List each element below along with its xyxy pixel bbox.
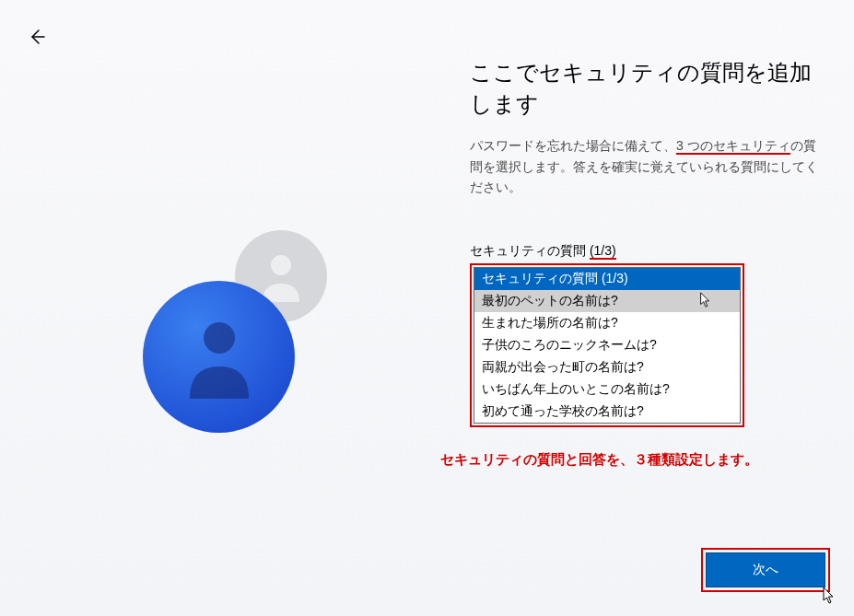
user-illustration bbox=[143, 230, 364, 451]
person-icon bbox=[182, 316, 256, 399]
next-button-highlight-box: 次へ bbox=[701, 548, 830, 592]
page-description: パスワードを忘れた場合に備えて、3 つのセキュリティの質問を選択します。答えを確… bbox=[470, 135, 820, 197]
person-icon bbox=[258, 251, 304, 302]
qlabel-prefix: セキュリティの質問 bbox=[470, 243, 590, 258]
dropdown-option[interactable]: 両親が出会った町の名前は? bbox=[474, 356, 740, 378]
dropdown-highlight-box: セキュリティの質問 (1/3)最初のペットの名前は?生まれた場所の名前は?子供の… bbox=[470, 263, 744, 427]
page-title: ここでセキュリティの質問を追加します bbox=[470, 57, 820, 119]
back-button[interactable] bbox=[26, 26, 48, 48]
dropdown-option[interactable]: いちばん年上のいとこの名前は? bbox=[474, 378, 740, 401]
cursor-icon bbox=[699, 292, 712, 308]
dropdown-option[interactable]: 子供のころのニックネームは? bbox=[474, 334, 740, 356]
avatar-blue-circle bbox=[143, 281, 295, 433]
question-label: セキュリティの質問 (1/3) bbox=[470, 243, 820, 260]
dropdown-option[interactable]: 初めて通った学校の名前は? bbox=[474, 401, 740, 423]
cursor-icon bbox=[823, 587, 836, 605]
dropdown-option[interactable]: 最初のペットの名前は? bbox=[474, 290, 740, 312]
qlabel-underlined: (1/3) bbox=[590, 243, 616, 260]
next-button-label: 次へ bbox=[753, 562, 778, 578]
next-button[interactable]: 次へ bbox=[706, 552, 825, 587]
dropdown-option[interactable]: 生まれた場所の名前は? bbox=[474, 312, 740, 334]
desc-prefix: パスワードを忘れた場合に備えて、 bbox=[470, 138, 676, 153]
dropdown-option[interactable]: セキュリティの質問 (1/3) bbox=[474, 268, 740, 290]
svg-point-1 bbox=[204, 322, 235, 354]
content-panel: ここでセキュリティの質問を追加します パスワードを忘れた場合に備えて、3 つのセ… bbox=[470, 57, 820, 469]
desc-underlined: 3 つのセキュリティ bbox=[676, 138, 790, 155]
security-question-dropdown[interactable]: セキュリティの質問 (1/3)最初のペットの名前は?生まれた場所の名前は?子供の… bbox=[474, 267, 741, 424]
annotation-text: セキュリティの質問と回答を、３種類設定します。 bbox=[440, 451, 820, 469]
svg-point-0 bbox=[271, 255, 291, 275]
arrow-left-icon bbox=[28, 28, 46, 46]
